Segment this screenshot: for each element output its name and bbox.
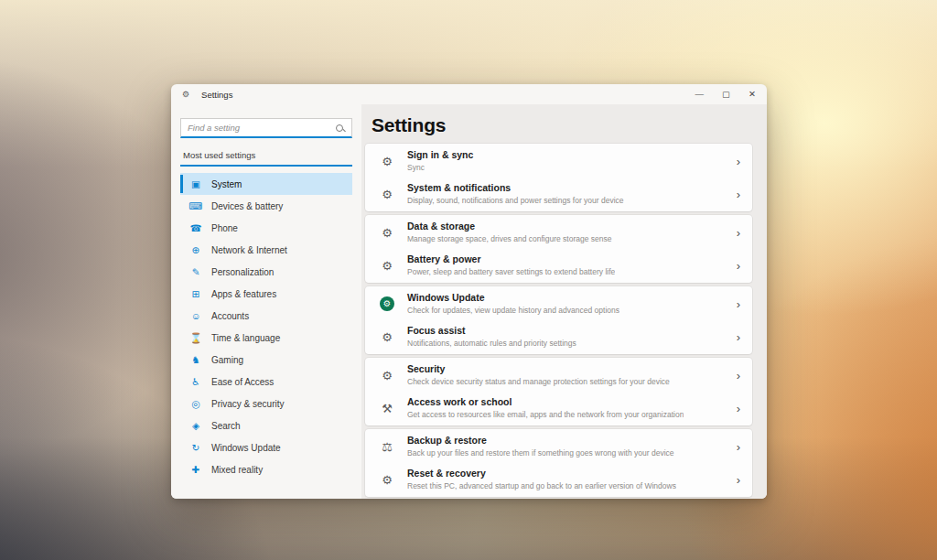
search-tile-icon: ◈ <box>188 421 203 431</box>
setting-subtitle: Back up your files and restore them if s… <box>407 448 674 458</box>
search-icon[interactable] <box>336 124 343 132</box>
search-input[interactable]: Find a setting <box>180 118 352 138</box>
sidebar-item-label: Personalization <box>211 267 274 277</box>
tools-icon: ⚒ <box>378 403 396 415</box>
sidebar-item-label: Search <box>211 421 241 431</box>
accessibility-icon: ♿ <box>188 377 203 387</box>
sidebar-item-phone[interactable]: ☎ Phone <box>180 217 352 239</box>
apps-grid-icon: ⊞ <box>188 289 203 299</box>
sidebar-item-accounts[interactable]: ☺ Accounts <box>180 305 352 327</box>
sidebar-item-search[interactable]: ◈ Search <box>180 415 352 436</box>
settings-card: ⚙ Data & storage Manage storage space, d… <box>365 215 752 283</box>
titlebar: ⚙ Settings — ▢ ✕ <box>171 84 767 104</box>
settings-card: ⚖ Backup & restore Back up your files an… <box>365 429 752 497</box>
gear-icon: ⚙ <box>378 370 396 382</box>
globe-icon: ⊕ <box>188 245 203 255</box>
setting-title: Security <box>407 363 670 375</box>
sidebar-item-label: Devices & battery <box>211 201 283 211</box>
setting-subtitle: Check for updates, view update history a… <box>407 306 619 316</box>
setting-title: Backup & restore <box>407 435 674 447</box>
setting-row-backup-restore[interactable]: ⚖ Backup & restore Back up your files an… <box>365 430 752 463</box>
setting-row-work-school[interactable]: ⚒ Access work or school Get access to re… <box>365 392 752 425</box>
cross-icon: ✚ <box>188 465 203 475</box>
setting-subtitle: Sync <box>407 163 473 173</box>
setting-title: Windows Update <box>407 292 619 304</box>
sidebar-item-label: Time & language <box>211 333 280 343</box>
sidebar-item-label: Network & Internet <box>211 245 287 255</box>
page-title: Settings <box>372 114 752 136</box>
sidebar-item-label: System <box>211 179 242 189</box>
sidebar-item-label: Ease of Access <box>211 377 274 387</box>
setting-title: Reset & recovery <box>407 468 676 479</box>
sidebar-item-label: Privacy & security <box>211 399 284 409</box>
close-button[interactable]: ✕ <box>749 90 756 99</box>
sidebar-section-label: Most used settings <box>180 150 352 167</box>
maximize-button[interactable]: ▢ <box>722 90 730 99</box>
setting-row-battery-power[interactable]: ⚙ Battery & power Power, sleep and batte… <box>365 249 752 282</box>
setting-subtitle: Reset this PC, advanced startup and go b… <box>407 481 676 491</box>
chevron-right-icon: › <box>729 440 740 454</box>
phone-icon: ☎ <box>188 223 203 233</box>
setting-row-security[interactable]: ⚙ Security Check device security status … <box>365 359 752 392</box>
sidebar-item-personalization[interactable]: ✎ Personalization <box>180 261 352 283</box>
sidebar-item-time-language[interactable]: ⌛ Time & language <box>180 327 352 349</box>
setting-subtitle: Notifications, automatic rules and prior… <box>407 339 576 349</box>
setting-row-sign-in-sync[interactable]: ⚙ Sign in & sync Sync › <box>365 145 752 178</box>
sidebar-item-mixed-reality[interactable]: ✚ Mixed reality <box>180 458 352 480</box>
minimize-button[interactable]: — <box>695 90 705 99</box>
sidebar-item-label: Gaming <box>211 355 243 365</box>
scales-icon: ⚖ <box>378 441 396 453</box>
sidebar-item-label: Apps & features <box>211 289 276 299</box>
setting-subtitle: Display, sound, notifications and power … <box>407 196 624 206</box>
devices-icon: ⌨ <box>188 201 203 211</box>
gamepad-icon: ♞ <box>188 355 203 365</box>
gear-icon: ⚙ <box>378 260 396 272</box>
setting-row-data-storage[interactable]: ⚙ Data & storage Manage storage space, d… <box>365 216 752 249</box>
setting-title: Data & storage <box>407 221 612 232</box>
chevron-right-icon: › <box>729 369 740 382</box>
setting-subtitle: Get access to resources like email, apps… <box>407 410 684 420</box>
setting-row-reset-recovery[interactable]: ⚙ Reset & recovery Reset this PC, advanc… <box>365 463 752 496</box>
setting-row-windows-update[interactable]: ⚙ Windows Update Check for updates, view… <box>365 287 752 320</box>
chevron-right-icon: › <box>729 473 740 487</box>
setting-subtitle: Check device security status and manage … <box>407 377 670 387</box>
desktop-background: { "accent_color": "#0a84d0", "update_gre… <box>0 0 937 560</box>
setting-title: Access work or school <box>407 396 684 408</box>
search-placeholder: Find a setting <box>188 123 336 133</box>
sidebar: Find a setting Most used settings ▣ Syst… <box>171 104 361 499</box>
sidebar-nav: ▣ System ⌨ Devices & battery ☎ Phone ⊕ N… <box>180 173 352 480</box>
gear-icon: ⚙ <box>378 474 396 486</box>
window-title: Settings <box>201 90 232 100</box>
chevron-right-icon: › <box>729 297 740 311</box>
sidebar-item-label: Mixed reality <box>211 465 263 475</box>
sidebar-item-system[interactable]: ▣ System <box>180 173 352 195</box>
user-icon: ☺ <box>188 311 203 321</box>
sidebar-item-label: Windows Update <box>211 443 281 453</box>
update-arrows-icon: ↻ <box>188 443 203 453</box>
sidebar-item-gaming[interactable]: ♞ Gaming <box>180 349 352 371</box>
sidebar-item-privacy[interactable]: ◎ Privacy & security <box>180 393 352 415</box>
chevron-right-icon: › <box>729 188 740 201</box>
sidebar-item-devices-battery[interactable]: ⌨ Devices & battery <box>180 195 352 217</box>
gear-icon: ⚙ <box>378 227 396 239</box>
sidebar-item-network[interactable]: ⊕ Network & Internet <box>180 239 352 261</box>
setting-title: System & notifications <box>407 182 624 194</box>
setting-row-focus-assist[interactable]: ⚙ Focus assist Notifications, automatic … <box>365 320 752 353</box>
setting-row-system-notifications[interactable]: ⚙ System & notifications Display, sound,… <box>365 178 752 210</box>
pencil-icon: ✎ <box>188 267 203 277</box>
setting-title: Battery & power <box>407 253 615 265</box>
sidebar-item-ease-of-access[interactable]: ♿ Ease of Access <box>180 371 352 393</box>
setting-subtitle: Power, sleep and battery saver settings … <box>407 267 615 277</box>
settings-card: ⚙ Security Check device security status … <box>365 358 752 425</box>
windows-update-icon: ⚙ <box>380 296 394 311</box>
gear-icon: ⚙ <box>378 156 396 167</box>
setting-subtitle: Manage storage space, drives and configu… <box>407 234 612 244</box>
sidebar-item-apps[interactable]: ⊞ Apps & features <box>180 283 352 305</box>
chevron-right-icon: › <box>729 155 740 168</box>
gear-icon: ⚙ <box>378 188 396 200</box>
gear-icon: ⚙ <box>378 331 396 343</box>
sidebar-item-label: Accounts <box>211 311 249 321</box>
settings-window: ⚙ Settings — ▢ ✕ Find a setting Most use… <box>171 84 767 499</box>
setting-title: Sign in & sync <box>407 149 473 161</box>
sidebar-item-windows-update[interactable]: ↻ Windows Update <box>180 436 352 458</box>
